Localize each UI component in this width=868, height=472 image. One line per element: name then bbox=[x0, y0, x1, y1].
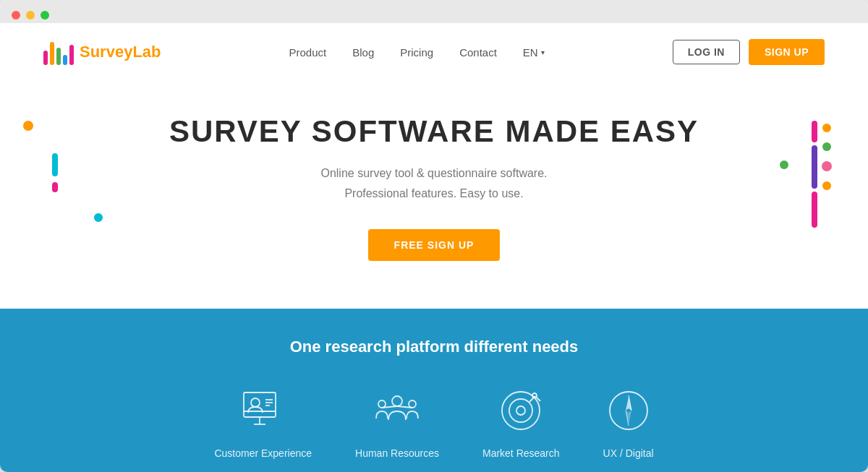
logo-icon bbox=[43, 39, 74, 65]
blue-section-title: One research platform different needs bbox=[43, 338, 825, 356]
page: SurveyLab Product Blog Pricing Contact E… bbox=[0, 23, 868, 472]
logo-text: SurveyLab bbox=[80, 43, 161, 61]
browser-window: SurveyLab Product Blog Pricing Contact E… bbox=[0, 0, 868, 472]
green-dot-decoration bbox=[780, 160, 788, 169]
ux-digital-label: UX / Digital bbox=[603, 447, 654, 459]
cyan-dot-decoration bbox=[94, 213, 103, 222]
nav-item-contact[interactable]: Contact bbox=[459, 46, 497, 59]
svg-point-9 bbox=[378, 400, 386, 408]
logo[interactable]: SurveyLab bbox=[43, 39, 161, 65]
chevron-down-icon: ▾ bbox=[541, 48, 545, 56]
left-bars-decoration bbox=[52, 153, 58, 192]
category-ux-digital[interactable]: UX / Digital bbox=[603, 385, 654, 459]
market-research-label: Market Research bbox=[482, 447, 560, 459]
category-customer-experience[interactable]: Customer Experience bbox=[214, 385, 312, 459]
free-signup-button[interactable]: FREE SIGN UP bbox=[368, 229, 501, 261]
human-resources-icon bbox=[372, 385, 422, 436]
nav-item-blog[interactable]: Blog bbox=[352, 46, 374, 59]
nav-links: Product Blog Pricing Contact EN ▾ bbox=[289, 46, 545, 59]
hero-subtitle: Online survey tool & questionnaire softw… bbox=[320, 163, 547, 202]
svg-point-4 bbox=[251, 398, 260, 407]
orange-dot-decoration bbox=[23, 121, 33, 131]
market-research-icon bbox=[495, 385, 546, 436]
nav-item-product[interactable]: Product bbox=[289, 46, 327, 59]
fullscreen-button-icon[interactable] bbox=[41, 11, 49, 20]
browser-chrome bbox=[0, 0, 868, 23]
categories-container: Customer Experience bbox=[43, 385, 825, 459]
category-market-research[interactable]: Market Research bbox=[482, 385, 560, 459]
blue-section: One research platform different needs bbox=[0, 309, 868, 472]
svg-point-14 bbox=[509, 399, 532, 422]
navbar: SurveyLab Product Blog Pricing Contact E… bbox=[0, 23, 868, 81]
right-bars-decoration bbox=[812, 121, 832, 228]
svg-point-15 bbox=[516, 406, 525, 415]
customer-experience-label: Customer Experience bbox=[214, 447, 312, 459]
minimize-button-icon[interactable] bbox=[26, 11, 35, 20]
nav-item-pricing[interactable]: Pricing bbox=[400, 46, 433, 59]
language-selector[interactable]: EN ▾ bbox=[523, 46, 545, 59]
svg-point-10 bbox=[409, 400, 416, 408]
human-resources-label: Human Resources bbox=[355, 447, 439, 459]
close-button-icon[interactable] bbox=[12, 11, 20, 20]
customer-experience-icon bbox=[238, 385, 289, 436]
ux-digital-icon bbox=[603, 385, 654, 436]
hero-title: SURVEY SOFTWARE MADE EASY bbox=[169, 114, 699, 149]
svg-point-8 bbox=[392, 396, 402, 406]
login-button[interactable]: LOG IN bbox=[673, 40, 740, 64]
nav-actions: LOG IN SIGN UP bbox=[673, 39, 825, 65]
hero-section: SURVEY SOFTWARE MADE EASY Online survey … bbox=[0, 81, 868, 309]
category-human-resources[interactable]: Human Resources bbox=[355, 385, 439, 459]
signup-button[interactable]: SIGN UP bbox=[749, 39, 825, 65]
